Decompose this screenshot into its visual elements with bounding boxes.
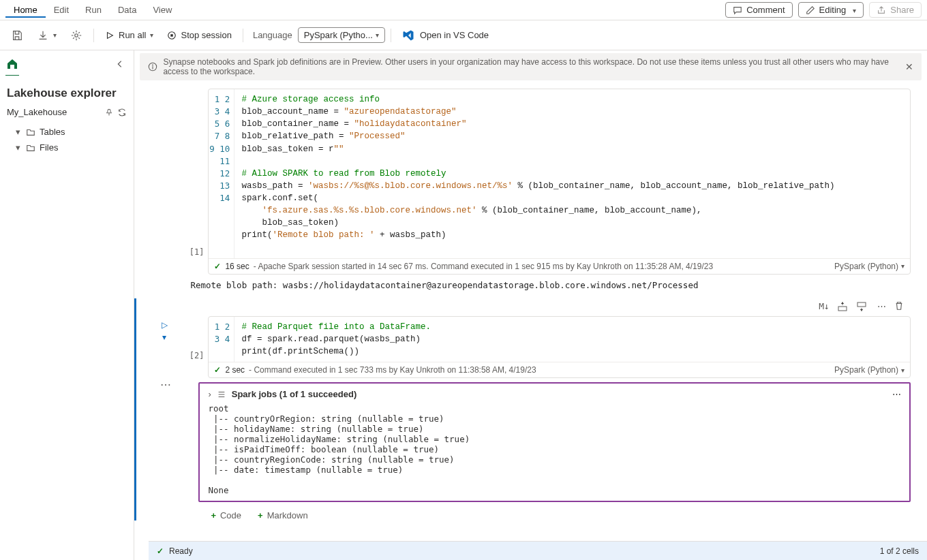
run-cell-button[interactable]: ▷ — [162, 320, 168, 330]
cell-toolbar: M↓ ⋯ — [151, 298, 911, 316]
chevron-right-icon[interactable]: › — [208, 389, 211, 399]
status-cells: 1 of 2 cells — [880, 546, 919, 556]
code-editor[interactable]: # Azure storage access info blob_account… — [234, 89, 910, 258]
add-markdown-button[interactable]: +Markdown — [258, 510, 308, 520]
svg-rect-2 — [171, 34, 174, 37]
check-icon: ✓ — [214, 262, 221, 271]
language-value: PySpark (Pytho... — [304, 30, 373, 40]
vscode-icon — [402, 29, 414, 42]
lakehouse-name: My_Lakehouse — [7, 107, 101, 117]
output-more-icon[interactable]: ⋯ — [151, 378, 172, 391]
spark-jobs-label: Spark jobs (1 of 1 succeeded) — [232, 389, 357, 399]
run-all-label: Run all — [119, 30, 146, 40]
code-editor[interactable]: # Read Parquet file into a DataFrame. df… — [234, 317, 910, 362]
svg-point-0 — [75, 33, 78, 37]
stop-session-button[interactable]: Stop session — [162, 27, 237, 43]
run-all-button[interactable]: Run all ▾ — [100, 27, 159, 43]
sidebar: Lakehouse explorer My_Lakehouse ▾Tables▾… — [0, 50, 134, 560]
add-cell-row: +Code +Markdown — [172, 506, 911, 520]
notebook-content: Synapse notebooks and Spark job definiti… — [134, 50, 927, 560]
status-text: - Command executed in 1 sec 733 ms by Ka… — [249, 365, 536, 375]
chevron-down-icon[interactable]: ▾ — [162, 332, 166, 342]
close-icon[interactable]: ✕ — [905, 61, 913, 72]
save-button[interactable] — [5, 27, 29, 44]
language-select[interactable]: PySpark (Pytho... — [298, 27, 385, 43]
add-code-button[interactable]: +Code — [211, 510, 241, 520]
spark-jobs-panel: › Spark jobs (1 of 1 succeeded) ⋯ root |… — [198, 382, 911, 502]
line-numbers: 1 2 3 4 — [209, 317, 234, 362]
code-cell-active: M↓ ⋯ ▷ ▾ [2] 1 2 3 4 # Read Parquet file… — [134, 298, 911, 520]
share-button[interactable]: Share — [869, 2, 922, 18]
check-icon: ✓ — [157, 546, 164, 556]
divider — [243, 29, 243, 42]
comment-label: Comment — [746, 5, 785, 15]
execution-count: [2] — [178, 348, 208, 378]
language-label: Language — [253, 30, 292, 40]
menu-edit[interactable]: Edit — [46, 2, 77, 18]
svg-rect-7 — [838, 307, 847, 311]
open-in-vscode-button[interactable]: Open in VS Code — [402, 29, 489, 42]
pencil-icon — [806, 5, 815, 15]
svg-rect-8 — [857, 302, 866, 307]
status-time: 16 sec — [225, 262, 249, 271]
svg-point-5 — [153, 65, 154, 66]
main: Lakehouse explorer My_Lakehouse ▾Tables▾… — [0, 50, 927, 560]
status-time: 2 sec — [225, 365, 245, 375]
comment-button[interactable]: Comment — [725, 2, 792, 18]
divider — [93, 29, 94, 42]
execution-count: [1] — [178, 245, 208, 275]
svg-rect-6 — [153, 66, 153, 69]
tree-item-files[interactable]: ▾Files — [0, 140, 134, 155]
cell-gutter: ▷ ▾ — [151, 316, 178, 378]
lakehouse-row[interactable]: My_Lakehouse — [0, 103, 134, 121]
editing-button[interactable]: Editing — [798, 2, 864, 18]
cell-language-select[interactable]: PySpark (Python) — [834, 262, 905, 271]
svg-rect-3 — [10, 65, 14, 69]
menu-home[interactable]: Home — [5, 2, 46, 18]
check-icon: ✓ — [214, 365, 221, 375]
stop-session-label: Stop session — [181, 30, 231, 40]
divider — [391, 29, 391, 42]
output-more-icon[interactable]: ⋯ — [892, 389, 901, 399]
comment-icon — [733, 5, 742, 15]
share-icon — [877, 5, 886, 15]
menu-view[interactable]: View — [145, 2, 180, 18]
menu-run[interactable]: Run — [77, 2, 110, 18]
cell-gutter — [151, 89, 178, 275]
vscode-label: Open in VS Code — [420, 30, 489, 40]
toolbar: ▾ Run all ▾ Stop session Language PySpar… — [0, 20, 927, 50]
cell-output: Remote blob path: wasbs://holidaydatacon… — [151, 275, 911, 296]
info-bar: Synapse notebooks and Spark job definiti… — [140, 53, 922, 80]
pin-icon[interactable] — [105, 108, 113, 116]
schema-output: root |-- countryOrRegion: string (nullab… — [208, 403, 901, 495]
info-icon — [148, 62, 157, 72]
download-button[interactable]: ▾ — [31, 27, 62, 44]
sidebar-collapse-button[interactable] — [112, 56, 128, 72]
delete-icon[interactable] — [894, 301, 907, 312]
more-icon[interactable]: ⋯ — [875, 301, 887, 312]
info-text: Synapse notebooks and Spark job definiti… — [163, 57, 900, 76]
cell-status: ✓ 16 sec - Apache Spark session started … — [209, 258, 910, 274]
tree-item-tables[interactable]: ▾Tables — [0, 124, 134, 140]
refresh-icon[interactable] — [117, 108, 127, 117]
status-text: - Apache Spark session started in 14 sec… — [254, 262, 713, 271]
insert-below-icon[interactable] — [856, 301, 868, 312]
status-bar: ✓ Ready 1 of 2 cells — [149, 541, 927, 560]
settings-button[interactable] — [65, 27, 88, 44]
insert-above-icon[interactable] — [837, 301, 849, 312]
status-ready: Ready — [169, 546, 193, 556]
share-label: Share — [890, 5, 914, 15]
menubar: HomeEditRunDataView Comment Editing Shar… — [0, 0, 927, 20]
lakehouse-icon — [5, 57, 19, 71]
chevron-down-icon — [850, 5, 856, 15]
code-cell: [1] 1 2 3 4 5 6 7 8 9 10 11 12 13 14 # A… — [151, 89, 911, 296]
sidebar-title: Lakehouse explorer — [0, 81, 134, 103]
list-icon — [217, 390, 226, 399]
cell-language-select[interactable]: PySpark (Python) — [834, 365, 905, 375]
menu-data[interactable]: Data — [110, 2, 145, 18]
editing-label: Editing — [819, 5, 847, 15]
cell-status: ✓ 2 sec - Command executed in 1 sec 733 … — [209, 362, 910, 377]
markdown-convert-icon[interactable]: M↓ — [818, 301, 830, 312]
line-numbers: 1 2 3 4 5 6 7 8 9 10 11 12 13 14 — [209, 89, 234, 258]
